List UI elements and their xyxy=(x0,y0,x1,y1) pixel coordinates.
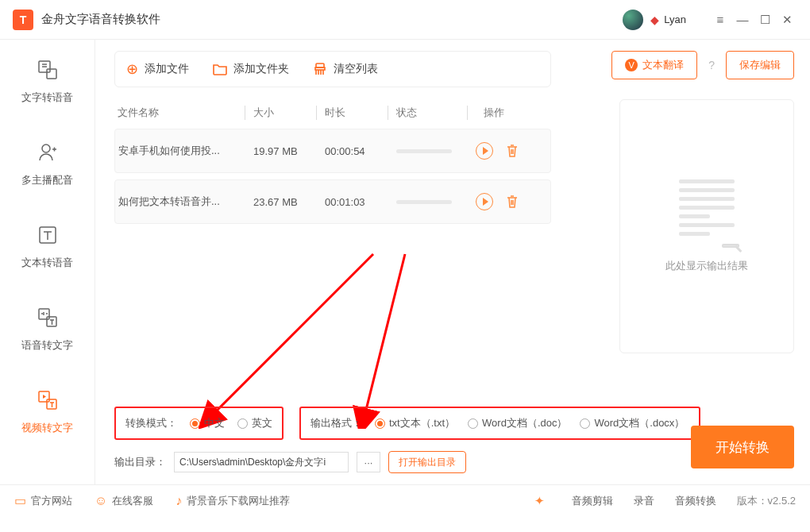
content-area: ⊕ 添加文件 添加文件夹 清空列表 V 文本翻译 ? xyxy=(95,40,810,484)
th-name: 文件名称 xyxy=(118,106,245,120)
clear-list-button[interactable]: 清空列表 xyxy=(313,62,378,76)
app-title: 金舟文字语音转换软件 xyxy=(41,12,160,27)
annotation-arrow-right xyxy=(334,246,492,429)
multi-anchor-icon xyxy=(35,140,60,165)
sidebar-item-label: 视频转文字 xyxy=(21,421,73,435)
cell-size: 23.67 MB xyxy=(245,196,317,208)
add-file-button[interactable]: ⊕ 添加文件 xyxy=(126,60,189,78)
table-header: 文件名称 大小 时长 状态 操作 xyxy=(114,97,551,129)
text-convert-icon xyxy=(35,222,60,248)
menu-icon[interactable]: ≡ xyxy=(710,10,731,30)
monitor-icon: ▭ xyxy=(14,493,26,508)
progress-bar xyxy=(396,200,452,204)
svg-line-11 xyxy=(365,254,405,413)
cell-filename: 如何把文本转语音并... xyxy=(118,195,245,209)
sidebar-item-text-convert[interactable]: 文本转语音 xyxy=(0,205,94,287)
headset-icon: ☺ xyxy=(94,494,107,508)
close-icon[interactable]: ✕ xyxy=(777,10,797,30)
footer-audio-cut[interactable]: 音频剪辑 xyxy=(572,494,613,508)
broom-icon xyxy=(313,62,327,76)
table-row[interactable]: 如何把文本转语音并... 23.67 MB 00:01:03 xyxy=(114,179,551,224)
maximize-icon[interactable]: ☐ xyxy=(754,10,775,30)
file-toolbar: ⊕ 添加文件 添加文件夹 清空列表 xyxy=(114,51,551,87)
speech-to-text-icon xyxy=(35,305,60,330)
output-preview: 此处显示输出结果 xyxy=(619,99,794,353)
tool-label: 添加文件夹 xyxy=(233,62,289,76)
footer-official-site[interactable]: ▭官方网站 xyxy=(14,493,72,508)
trash-icon[interactable] xyxy=(504,194,520,210)
video-to-text-icon xyxy=(35,387,60,413)
sidebar-item-label: 文本转语音 xyxy=(21,256,73,270)
music-icon: ♪ xyxy=(176,494,182,508)
svg-line-10 xyxy=(214,254,373,413)
cell-size: 19.97 MB xyxy=(245,145,317,157)
open-output-dir-button[interactable]: 打开输出目录 xyxy=(388,451,466,473)
output-dir-label: 输出目录： xyxy=(114,455,166,469)
svg-rect-1 xyxy=(47,69,56,79)
sidebar-item-text-to-speech[interactable]: 文字转语音 xyxy=(0,40,94,122)
th-duration: 时长 xyxy=(316,106,388,120)
minimize-icon[interactable]: — xyxy=(732,10,753,30)
cell-status xyxy=(388,200,468,204)
save-edit-button[interactable]: 保存编辑 xyxy=(726,51,794,79)
cell-duration: 00:00:54 xyxy=(317,145,388,157)
sidebar-item-label: 语音转文字 xyxy=(21,338,73,353)
button-label: 文本翻译 xyxy=(642,58,684,72)
text-to-speech-icon xyxy=(35,57,60,83)
avatar[interactable] xyxy=(623,10,643,30)
check-circle-icon: V xyxy=(625,59,638,71)
sidebar-item-label: 多主播配音 xyxy=(21,173,73,187)
mode-label: 转换模式： xyxy=(125,416,177,430)
plus-circle-icon: ⊕ xyxy=(126,60,138,78)
th-status: 状态 xyxy=(388,106,467,120)
footer-bgm-link[interactable]: ♪背景音乐下载网址推荐 xyxy=(176,494,290,508)
cell-duration: 00:01:03 xyxy=(317,196,388,208)
footer-audio-conv[interactable]: 音频转换 xyxy=(675,494,716,508)
cell-status xyxy=(388,149,468,153)
button-label: 保存编辑 xyxy=(739,58,781,72)
sidebar-item-video-to-text[interactable]: 视频转文字 xyxy=(0,370,94,453)
svg-rect-9 xyxy=(315,67,325,70)
table-row[interactable]: 安卓手机如何使用投... 19.97 MB 00:00:54 xyxy=(114,129,551,173)
th-size: 大小 xyxy=(245,106,316,120)
folder-icon xyxy=(213,63,227,75)
preview-label: 此处显示输出结果 xyxy=(665,259,748,273)
annotation-arrow-left xyxy=(199,246,389,429)
sidebar-item-multi-anchor[interactable]: 多主播配音 xyxy=(0,122,94,205)
footer-record[interactable]: 录音 xyxy=(634,494,654,508)
browse-button[interactable]: ··· xyxy=(357,452,380,472)
radio-chinese[interactable]: 中文 xyxy=(190,416,225,430)
document-placeholder-icon xyxy=(679,179,735,243)
tool-label: 清空列表 xyxy=(334,62,378,76)
svg-point-2 xyxy=(42,145,50,152)
convert-mode-box: 转换模式： 中文 英文 xyxy=(114,407,284,440)
version-label: 版本：v2.5.2 xyxy=(737,494,796,508)
sidebar-item-label: 文字转语音 xyxy=(21,91,73,105)
sidebar: 文字转语音 多主播配音 文本转语音 语音转文字 视频转文字 xyxy=(0,40,95,484)
footer-bar: ▭官方网站 ☺在线客服 ♪背景音乐下载网址推荐 ✦ 音频剪辑 录音 音频转换 版… xyxy=(0,484,810,516)
title-bar: T 金舟文字语音转换软件 ◆ Lyan ≡ — ☐ ✕ xyxy=(0,0,810,40)
vip-icon: ◆ xyxy=(648,13,661,26)
app-logo-icon: T xyxy=(13,10,33,30)
add-folder-button[interactable]: 添加文件夹 xyxy=(213,62,289,76)
tool-label: 添加文件 xyxy=(145,62,189,76)
play-icon[interactable] xyxy=(476,142,493,160)
start-convert-button[interactable]: 开始转换 xyxy=(691,426,794,468)
wand-icon: ✦ xyxy=(534,494,545,508)
radio-english[interactable]: 英文 xyxy=(237,416,272,430)
format-label: 输出格式： xyxy=(310,416,362,430)
radio-docx[interactable]: Word文档（.docx） xyxy=(580,416,685,430)
output-format-box: 输出格式： txt文本（.txt） Word文档（.doc） Word文档（.d… xyxy=(299,407,700,440)
footer-customer-service[interactable]: ☺在线客服 xyxy=(94,494,153,508)
radio-doc[interactable]: Word文档（.doc） xyxy=(468,416,567,430)
trash-icon[interactable] xyxy=(504,143,520,159)
radio-txt[interactable]: txt文本（.txt） xyxy=(375,416,455,430)
th-operate: 操作 xyxy=(467,106,548,120)
username[interactable]: Lyan xyxy=(664,13,686,25)
help-icon[interactable]: ? xyxy=(708,59,715,71)
play-icon[interactable] xyxy=(476,193,493,210)
translate-button[interactable]: V 文本翻译 xyxy=(611,51,697,79)
output-path-input[interactable] xyxy=(174,452,349,472)
cell-filename: 安卓手机如何使用投... xyxy=(118,144,245,158)
sidebar-item-speech-to-text[interactable]: 语音转文字 xyxy=(0,287,94,370)
